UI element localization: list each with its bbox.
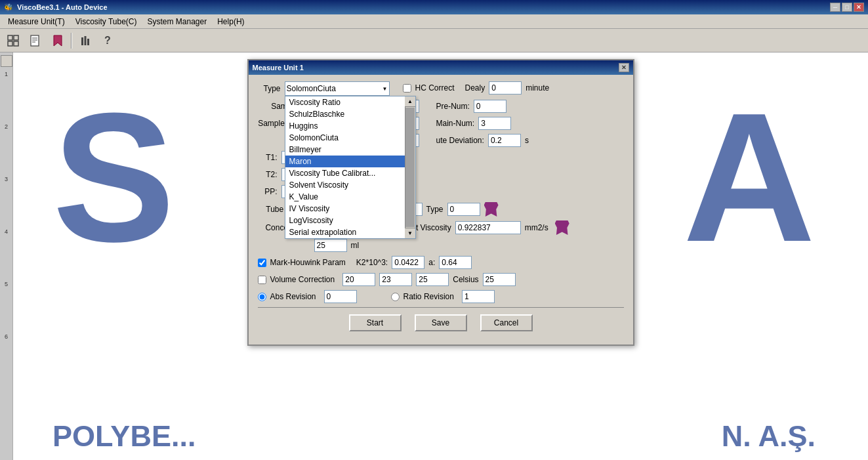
button-row: Start Save Cancel xyxy=(258,314,624,338)
ratio-revision-label[interactable]: Ratio Revision xyxy=(403,292,454,301)
svg-rect-10 xyxy=(85,36,87,45)
option-serial-extrapolation[interactable]: Serial extrapolation xyxy=(285,226,405,238)
mark-houwink-row: Mark-Houwink Param K2*10^3: a: xyxy=(258,256,624,269)
svg-rect-4 xyxy=(31,35,39,46)
pre-num-input[interactable] xyxy=(474,100,506,113)
tube-type-input[interactable] xyxy=(447,203,480,216)
abs-revision-radio[interactable] xyxy=(258,293,266,301)
main-area: 1 2 3 4 5 6 S A POLYBE... N. A.Ş. Measur… xyxy=(0,52,868,460)
minute-deviation-label: ute Deviation: xyxy=(436,136,484,145)
type-label: Type xyxy=(258,84,281,93)
volume-correction-label[interactable]: Volume Correction xyxy=(270,275,335,284)
scrollbar-down-button[interactable]: ▼ xyxy=(405,228,415,238)
minimize-button[interactable]: ─ xyxy=(830,3,840,12)
type-dropdown[interactable]: SolomonCiuta ▼ xyxy=(285,81,390,96)
k2-label: K2*10^3: xyxy=(356,258,388,267)
tube-id-stamp-icon[interactable] xyxy=(484,202,499,217)
doc-toolbar-button[interactable] xyxy=(25,31,46,50)
toolbar-separator xyxy=(71,33,72,49)
concentration-volume-input[interactable] xyxy=(314,239,347,252)
mark-houwink-label[interactable]: Mark-Houwink Param xyxy=(270,258,346,267)
option-viscosity-tube-calibrat[interactable]: Viscosity Tube Calibrat... xyxy=(285,167,405,179)
scrollbar-up-button[interactable]: ▲ xyxy=(405,96,415,107)
ruler-corner[interactable] xyxy=(1,55,12,67)
menu-system-manager[interactable]: System Manager xyxy=(142,16,213,28)
ratio-revision-input[interactable] xyxy=(462,290,495,303)
concentration-volume-unit: ml xyxy=(351,241,360,250)
volume-correction-v1-input[interactable] xyxy=(342,273,375,286)
solvent-viscosity-stamp-icon[interactable] xyxy=(555,220,569,235)
solvent-viscosity-input[interactable] xyxy=(455,221,521,234)
dialog-content: Type SolomonCiuta ▼ xyxy=(249,75,633,345)
volume-correction-v3-input[interactable] xyxy=(416,273,449,286)
save-button[interactable]: Save xyxy=(415,314,467,331)
ratio-revision-radio[interactable] xyxy=(391,293,400,301)
minute-deviation-input[interactable] xyxy=(488,134,521,147)
scrollbar-thumb xyxy=(405,108,415,227)
measure-unit-dialog: Measure Unit 1 ✕ Type SolomonCiuta ▼ xyxy=(247,59,634,346)
menu-help[interactable]: Help(H) xyxy=(212,16,249,28)
svg-rect-9 xyxy=(81,37,83,45)
solvent-viscosity-unit: mm2/s xyxy=(525,223,548,232)
option-iv-viscosity[interactable]: IV Viscosity xyxy=(285,203,405,215)
cancel-button[interactable]: Cancel xyxy=(480,314,533,331)
svg-rect-0 xyxy=(8,35,12,40)
a-input[interactable] xyxy=(439,256,472,269)
hc-dealy-row: HC Correct Dealy minute xyxy=(403,81,550,94)
concentration-volume-row: ml xyxy=(258,239,624,252)
ruler-4: 4 xyxy=(5,227,8,280)
title-bar: 🐝 ViscoBee3.1 - Auto Device ─ □ ✕ xyxy=(0,0,868,14)
menu-viscosity-tube[interactable]: Viscosity Tube(C) xyxy=(70,16,142,28)
option-huggins[interactable]: Huggins xyxy=(285,120,405,132)
option-solomonciuta[interactable]: SolomonCiuta xyxy=(285,132,405,144)
option-maron[interactable]: Maron xyxy=(285,156,405,167)
title-bar-controls: ─ □ ✕ xyxy=(830,3,864,12)
svg-rect-2 xyxy=(8,41,12,46)
bars-toolbar-button[interactable] xyxy=(75,31,96,50)
ruler-3: 3 xyxy=(5,175,8,227)
type-dropdown-list: Viscosity Ratio SchulzBlaschke Huggins S… xyxy=(285,96,416,239)
maximize-button[interactable]: □ xyxy=(842,3,852,12)
svg-rect-11 xyxy=(87,39,89,45)
volume-correction-checkbox[interactable] xyxy=(258,276,266,284)
svg-marker-8 xyxy=(54,35,62,46)
dialog-close-button[interactable]: ✕ xyxy=(619,63,629,72)
option-logviscosity[interactable]: LogViscosity xyxy=(285,215,405,226)
dropdown-scrollbar: ▲ ▼ xyxy=(405,96,415,238)
dealy-input[interactable] xyxy=(489,81,522,94)
ruler-5: 5 xyxy=(5,280,8,332)
close-button[interactable]: ✕ xyxy=(854,3,864,12)
t1-label: T1: xyxy=(258,153,278,162)
abs-revision-input[interactable] xyxy=(324,290,357,303)
abs-revision-label[interactable]: Abs Revision xyxy=(270,292,316,301)
hc-correct-label[interactable]: HC Correct xyxy=(415,83,455,93)
bars-icon xyxy=(81,35,90,47)
option-billmeyer[interactable]: Billmeyer xyxy=(285,144,405,156)
hc-correct-checkbox[interactable] xyxy=(403,84,411,93)
bg-letter-s: S xyxy=(52,85,175,269)
pp-label: PP: xyxy=(258,187,278,196)
bookmark-toolbar-button[interactable] xyxy=(47,31,68,50)
menu-measure-unit[interactable]: Measure Unit(T) xyxy=(3,16,70,28)
option-solvent-viscosity[interactable]: Solvent Viscosity xyxy=(285,179,405,191)
option-schulzblaschke[interactable]: SchulzBlaschke xyxy=(285,108,405,120)
start-button[interactable]: Start xyxy=(349,314,402,331)
bg-text-polybe: POLYBE... xyxy=(52,419,196,453)
bg-letter-a: A xyxy=(683,85,816,269)
volume-correction-v2-input[interactable] xyxy=(379,273,412,286)
svg-rect-3 xyxy=(14,41,18,46)
mark-houwink-checkbox[interactable] xyxy=(258,259,266,267)
k2-input[interactable] xyxy=(392,256,424,269)
ruler-left: 1 2 3 4 5 6 xyxy=(0,52,13,460)
grid-toolbar-button[interactable] xyxy=(3,31,24,50)
minute-label: minute xyxy=(526,83,549,93)
dropdown-list-items: Viscosity Ratio SchulzBlaschke Huggins S… xyxy=(285,96,405,238)
title-bar-title: 🐝 ViscoBee3.1 - Auto Device xyxy=(4,3,108,12)
main-num-input[interactable] xyxy=(478,117,511,130)
celsius-input[interactable] xyxy=(483,273,516,286)
help-toolbar-button[interactable]: ? xyxy=(97,31,118,50)
ruler-1: 1 xyxy=(5,70,8,122)
option-viscosity-ratio[interactable]: Viscosity Ratio xyxy=(285,96,405,108)
option-k-value[interactable]: K_Value xyxy=(285,191,405,203)
type-dropdown-arrow: ▼ xyxy=(382,86,388,92)
